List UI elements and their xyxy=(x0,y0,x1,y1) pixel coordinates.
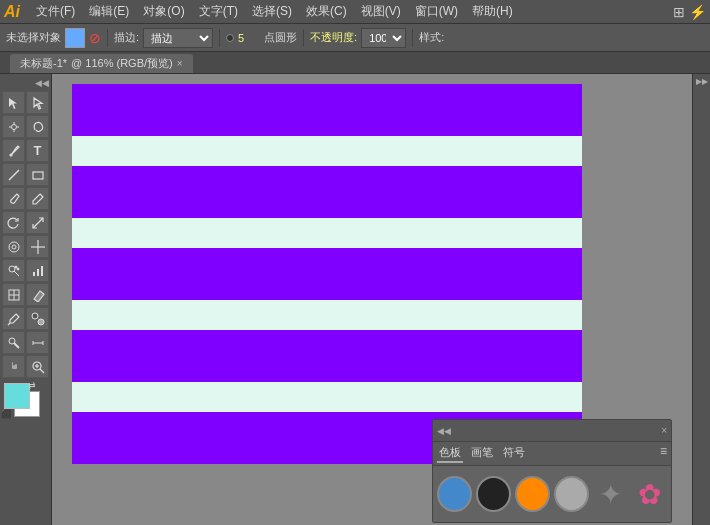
main-layout: ◀◀ T xyxy=(0,74,710,525)
svg-point-4 xyxy=(11,124,16,129)
type-tool[interactable]: T xyxy=(26,139,49,162)
swap-colors-icon[interactable]: ⇄ xyxy=(28,380,36,390)
tab-close-button[interactable]: × xyxy=(177,58,183,69)
tool-row-6 xyxy=(2,211,49,234)
separator4 xyxy=(412,29,413,47)
selection-tool[interactable] xyxy=(2,91,25,114)
tool-row-7 xyxy=(2,235,49,258)
panel-menu-icon[interactable]: ≡ xyxy=(660,444,667,463)
foreground-color-box[interactable] xyxy=(4,383,30,409)
svg-point-16 xyxy=(15,266,17,268)
stripe-light-2 xyxy=(72,218,582,248)
pen-tool[interactable] xyxy=(2,139,25,162)
svg-point-11 xyxy=(12,245,16,249)
transparency-dropdown[interactable]: 100% xyxy=(361,28,406,48)
menu-text[interactable]: 文字(T) xyxy=(193,1,244,22)
menu-select[interactable]: 选择(S) xyxy=(246,1,298,22)
panel-close-button[interactable]: × xyxy=(661,425,667,436)
tool-row-10 xyxy=(2,307,49,330)
lasso-tool[interactable] xyxy=(26,115,49,138)
line-tool[interactable] xyxy=(2,163,25,186)
symbol-sprayer-tool[interactable] xyxy=(2,259,25,282)
right-sidebar-collapse[interactable]: ▶▶ xyxy=(693,74,710,89)
bar-chart-tool[interactable] xyxy=(26,259,49,282)
no-fill-icon[interactable]: ⊘ xyxy=(89,30,101,46)
svg-rect-7 xyxy=(33,172,43,179)
tool-row-11 xyxy=(2,331,49,354)
eraser-tool[interactable] xyxy=(26,283,49,306)
reset-colors-icon[interactable]: ⬛ xyxy=(1,409,12,419)
menu-view[interactable]: 视图(V) xyxy=(355,1,407,22)
zoom-tool[interactable] xyxy=(26,355,49,378)
svg-line-32 xyxy=(40,369,44,373)
panel-tab-swatches[interactable]: 色板 xyxy=(437,444,463,463)
svg-line-24 xyxy=(8,323,10,325)
document-tab[interactable]: 未标题-1*@ 116% (RGB/预览) × xyxy=(10,54,193,73)
stripe-purple-1 xyxy=(72,84,582,136)
menu-effect[interactable]: 效果(C) xyxy=(300,1,353,22)
tab-title: 未标题-1*@ 116% (RGB/预览) xyxy=(20,56,173,71)
swatch-gray[interactable] xyxy=(554,476,589,512)
svg-point-17 xyxy=(17,268,19,270)
swatch-black[interactable] xyxy=(476,476,511,512)
panel-tab-brushes[interactable]: 画笔 xyxy=(469,444,495,463)
hand-tool[interactable] xyxy=(2,355,25,378)
canvas-area: ◀◀ × 色板 画笔 符号 ≡ ✦ ✿ xyxy=(52,74,692,525)
app-logo: Ai xyxy=(4,3,20,21)
toolbar-collapse-icon[interactable]: ◀◀ xyxy=(35,78,49,88)
stripe-purple-2 xyxy=(72,166,582,218)
tool-row-9 xyxy=(2,283,49,306)
tab-bar: 未标题-1*@ 116% (RGB/预览) × xyxy=(0,52,710,74)
svg-line-8 xyxy=(33,223,38,228)
dot-icon xyxy=(226,34,234,42)
separator3 xyxy=(303,29,304,47)
magic-wand-tool[interactable] xyxy=(2,115,25,138)
stripe-purple-4 xyxy=(72,330,582,382)
search-icon[interactable]: ⚡ xyxy=(689,4,706,20)
swatch-starburst[interactable]: ✦ xyxy=(593,476,628,512)
direct-selection-tool[interactable] xyxy=(26,91,49,114)
stroke-dropdown[interactable]: 描边 xyxy=(143,28,213,48)
rotate-tool[interactable] xyxy=(2,211,25,234)
swatch-orange[interactable] xyxy=(515,476,550,512)
floating-panel: ◀◀ × 色板 画笔 符号 ≡ ✦ ✿ xyxy=(432,419,672,523)
stroke-label: 描边: xyxy=(114,30,139,45)
svg-line-6 xyxy=(9,170,19,180)
scale-tool[interactable] xyxy=(26,211,49,234)
left-toolbar: ◀◀ T xyxy=(0,74,52,525)
shape-label: 点圆形 xyxy=(264,30,297,45)
swatch-blue[interactable] xyxy=(437,476,472,512)
eyedropper-tool[interactable] xyxy=(2,307,25,330)
warp-tool[interactable] xyxy=(2,235,25,258)
paintbrush-tool[interactable] xyxy=(2,187,25,210)
tool-row-8 xyxy=(2,259,49,282)
free-transform-tool[interactable] xyxy=(26,235,49,258)
menu-edit[interactable]: 编辑(E) xyxy=(83,1,135,22)
slice-tool[interactable] xyxy=(2,283,25,306)
style-label: 样式: xyxy=(419,30,444,45)
pencil-tool[interactable] xyxy=(26,187,49,210)
panel-tab-symbols[interactable]: 符号 xyxy=(501,444,527,463)
no-selection-label: 未选择对象 xyxy=(6,30,61,45)
options-bar: 未选择对象 ⊘ 描边: 描边 5 点圆形 不透明度: 100% 样式: xyxy=(0,24,710,52)
swatch-flower[interactable]: ✿ xyxy=(632,476,667,512)
rectangle-tool[interactable] xyxy=(26,163,49,186)
fill-color-swatch[interactable] xyxy=(65,28,85,48)
menu-window[interactable]: 窗口(W) xyxy=(409,1,464,22)
blend-tool[interactable] xyxy=(26,307,49,330)
svg-line-15 xyxy=(14,271,19,276)
live-paint-tool[interactable] xyxy=(2,331,25,354)
menu-help[interactable]: 帮助(H) xyxy=(466,1,519,22)
workspace-icon[interactable]: ⊞ xyxy=(673,4,685,20)
menu-object[interactable]: 对象(O) xyxy=(137,1,190,22)
stripe-light-3 xyxy=(72,300,582,330)
measure-tool[interactable] xyxy=(26,331,49,354)
tool-row-4 xyxy=(2,163,49,186)
svg-line-9 xyxy=(38,218,43,223)
separator2 xyxy=(219,29,220,47)
panel-collapse-left[interactable]: ◀◀ xyxy=(437,426,451,436)
separator xyxy=(107,29,108,47)
stripe-purple-3 xyxy=(72,248,582,300)
stripe-light-1 xyxy=(72,136,582,166)
menu-file[interactable]: 文件(F) xyxy=(30,1,81,22)
